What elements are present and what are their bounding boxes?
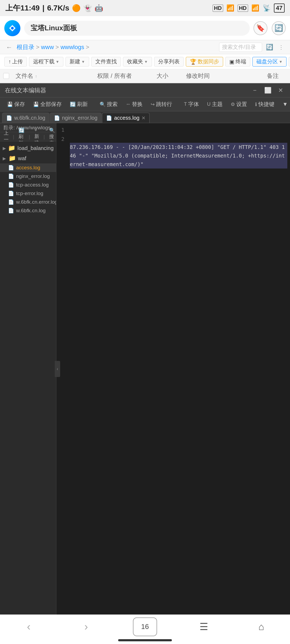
- share-list-button[interactable]: 分享列表: [154, 57, 184, 67]
- editor-titlebar: 在线文本编辑器 − ⬜ ✕: [0, 83, 290, 97]
- col-date: 修改时间: [183, 69, 263, 83]
- file-tree: ▶ 📁 load_balancing ▶ 📁 waf 📄 access.log: [0, 141, 56, 217]
- file-icon-3: 📄: [8, 182, 14, 188]
- browser-logo: [4, 20, 20, 36]
- remote-download-button[interactable]: 远程下载 ▼: [29, 57, 63, 67]
- col-perm: 权限 / 所有者: [94, 69, 153, 83]
- tab-close-button[interactable]: ✕: [142, 115, 146, 121]
- tree-dir-waf[interactable]: ▶ 📁 waf: [0, 153, 56, 163]
- replace-button[interactable]: ↔ 替换: [122, 100, 146, 109]
- ghost-icon: 👻: [83, 4, 92, 12]
- tree-file-access-log[interactable]: 📄 access.log: [0, 163, 56, 172]
- status-time: 上午11:49: [5, 3, 40, 13]
- tab-access-log[interactable]: 📄 access.log ✕: [102, 113, 150, 123]
- save-all-icon: 💾: [33, 101, 39, 107]
- favorites-button[interactable]: 收藏夹 ▼: [123, 57, 152, 67]
- fm-refresh-btn[interactable]: 🔄: [265, 43, 274, 52]
- refresh-editor-button[interactable]: 🔄 刷新: [67, 100, 91, 109]
- nav-home-button[interactable]: ⌂: [251, 617, 272, 636]
- tree-collapse-button[interactable]: ‹: [55, 361, 60, 377]
- maximize-button[interactable]: ⬜: [263, 86, 272, 95]
- nav-tabs-button[interactable]: 16: [133, 617, 157, 636]
- fm-back-button[interactable]: ←: [4, 42, 14, 52]
- dir-arrow-1: ▶: [3, 146, 6, 151]
- tree-dir-load-balancing[interactable]: ▶ 📁 load_balancing: [0, 143, 56, 153]
- dir-arrow-2: ▶: [3, 156, 6, 161]
- trophy-icon: 🏆: [190, 58, 197, 65]
- dropdown-arrow3: ▼: [144, 60, 148, 64]
- new-item-button[interactable]: 新建 ▼: [66, 57, 89, 67]
- settings-button[interactable]: ⚙ 设置: [227, 100, 250, 109]
- paste-button[interactable]: 📋 粘贴: [289, 57, 290, 67]
- breadcrumb: 根目录 > www > wwwlogs >: [17, 43, 216, 51]
- signal-icon1: 📶: [226, 4, 234, 12]
- status-bar: 上午11:49 | 6.7K/s 🟠 👻 🤖 HD 📶 HD 📶 📡 47: [0, 0, 290, 16]
- tab-nginx-error[interactable]: 📄 nginx_error.log: [50, 113, 102, 123]
- refresh-button[interactable]: 🔄: [272, 21, 286, 35]
- nav-back-button[interactable]: ‹: [18, 617, 39, 636]
- more-options-button[interactable]: ▼: [279, 100, 290, 109]
- tab-file-icon-1: 📄: [6, 115, 12, 121]
- xiaomi-icon: 🟠: [72, 4, 81, 12]
- status-speed: |: [42, 4, 45, 12]
- theme-button[interactable]: U 主题: [204, 100, 226, 109]
- replace-icon: ↔: [126, 101, 130, 107]
- wifi-icon: 📡: [263, 4, 271, 12]
- tree-file-nginx-error[interactable]: 📄 nginx_error.log: [0, 172, 56, 181]
- col-size: 大小: [153, 69, 183, 83]
- breadcrumb-wwwlogs[interactable]: wwwlogs: [60, 44, 84, 51]
- fm-search-bar[interactable]: 搜索文件/目录: [219, 43, 262, 52]
- fm-topbar: ← 根目录 > www > wwwlogs > 搜索文件/目录 🔄 ⋮: [0, 40, 290, 54]
- code-area[interactable]: 1 2 87.236.176.169 - - [20/Jan/2023:11:0…: [56, 123, 290, 614]
- help-icon: ℹ: [255, 101, 257, 107]
- code-content[interactable]: 87.236.176.169 - - [20/Jan/2023:11:04:32…: [67, 125, 290, 612]
- dropdown-arrow2: ▼: [81, 60, 85, 64]
- disk-partition-button[interactable]: 磁盘分区 ▼: [252, 57, 287, 67]
- upload-button[interactable]: ↑ 上传: [4, 57, 27, 67]
- search-button[interactable]: 🔍 搜索: [96, 100, 121, 109]
- gear-icon: ⚙: [231, 101, 235, 107]
- tree-file-w6bfk[interactable]: 📄 w.6bfk.cn.log: [0, 206, 56, 215]
- robot-icon: 🤖: [95, 4, 103, 12]
- theme-icon: U: [207, 101, 211, 107]
- terminal-button[interactable]: ▣ 终端: [225, 57, 250, 67]
- terminal-icon: ▣: [229, 58, 234, 65]
- svg-point-0: [11, 27, 14, 30]
- breadcrumb-www[interactable]: www: [41, 44, 54, 51]
- close-button[interactable]: ✕: [276, 86, 285, 95]
- url-bar[interactable]: 宝塔Linux面板: [24, 21, 250, 36]
- nav-menu-button[interactable]: ☰: [193, 617, 215, 636]
- file-icon-active: 📄: [8, 165, 14, 171]
- tab-file-icon-3: 📄: [106, 115, 112, 121]
- select-all-checkbox[interactable]: [3, 73, 9, 79]
- breadcrumb-root[interactable]: 根目录: [17, 43, 34, 51]
- jump-button[interactable]: ↪ 跳转行: [147, 100, 175, 109]
- breadcrumb-sep2: >: [56, 44, 59, 51]
- file-check-button[interactable]: 文件查找: [91, 57, 121, 67]
- tree-file-tcp-error[interactable]: 📄 tcp-error.log: [0, 189, 56, 198]
- code-line-1: 87.236.176.169 - - [20/Jan/2023:11:04:32…: [70, 143, 287, 169]
- tree-file-tcp-access[interactable]: 📄 tcp-access.log: [0, 181, 56, 189]
- main-content: ← 根目录 > www > wwwlogs > 搜索文件/目录 🔄 ⋮ ↑ 上传…: [0, 40, 290, 614]
- browser-actions: 🔖 🔄: [253, 21, 286, 35]
- font-button[interactable]: T 字体: [181, 100, 202, 109]
- tab-file-icon-2: 📄: [54, 115, 60, 121]
- folder-icon-lb: 📁: [8, 145, 15, 152]
- paste-area: 📋 粘贴 🗑 回收: [289, 57, 290, 67]
- minimize-button[interactable]: −: [250, 86, 259, 95]
- line-number-2: 2: [59, 134, 64, 144]
- file-icon-5: 📄: [8, 199, 14, 205]
- hd-icon1: HD: [213, 5, 223, 12]
- fm-more-btn[interactable]: ⋮: [277, 43, 286, 52]
- save-icon: 💾: [7, 101, 13, 107]
- bookmark-button[interactable]: 🔖: [253, 21, 267, 35]
- shortcuts-button[interactable]: ℹ 快捷键: [252, 100, 278, 109]
- data-sync-button[interactable]: 🏆 数据同步: [186, 57, 223, 67]
- tab-w6bfk[interactable]: 📄 w.6bfk.cn.log: [2, 113, 49, 123]
- editor-main: 目录: /www/wwwlogs ↑ 上一级 | 🔄 刷新 | + 新建 | 🔍…: [0, 123, 290, 614]
- save-all-button[interactable]: 💾 全部保存: [30, 100, 65, 109]
- save-button[interactable]: 💾 保存: [4, 100, 28, 109]
- tree-file-w6bfk-error[interactable]: 📄 w.6bfk.cn.error.log: [0, 198, 56, 206]
- text-editor: 在线文本编辑器 − ⬜ ✕ 💾 保存 💾 全部保存 🔄 刷新: [0, 83, 290, 614]
- nav-forward-button[interactable]: ›: [75, 617, 97, 636]
